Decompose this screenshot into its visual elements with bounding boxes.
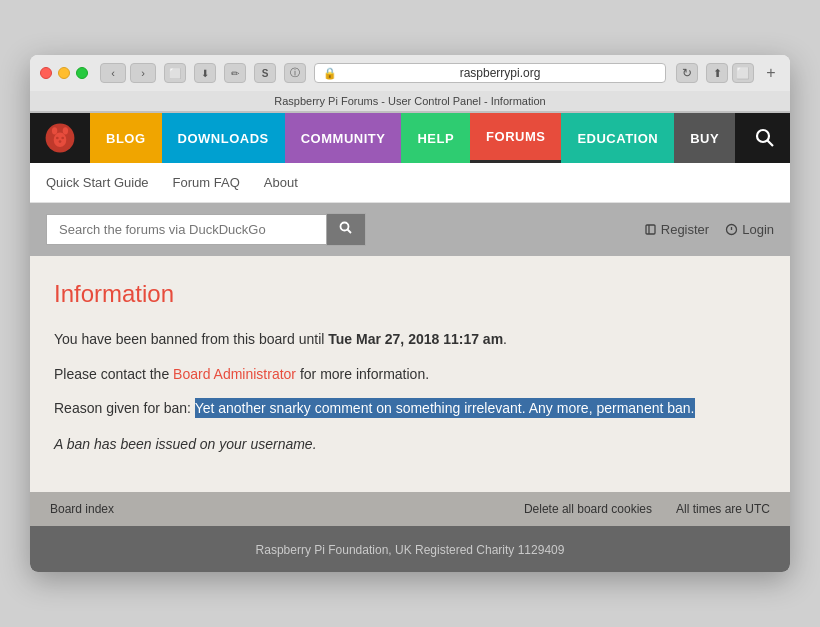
login-icon bbox=[725, 223, 738, 236]
nav-item-forums[interactable]: FORUMS bbox=[470, 113, 561, 163]
sub-nav: Quick Start Guide Forum FAQ About bbox=[30, 163, 790, 203]
info-button[interactable]: S bbox=[254, 63, 276, 83]
forward-button[interactable]: › bbox=[130, 63, 156, 83]
nav-item-help[interactable]: HELP bbox=[401, 113, 470, 163]
close-button[interactable] bbox=[40, 67, 52, 79]
address-text: raspberrypi.org bbox=[343, 66, 657, 80]
nav-item-buy[interactable]: BUY bbox=[674, 113, 735, 163]
ban-reason-text: Yet another snarky comment on something … bbox=[195, 398, 695, 418]
contact-notice: Please contact the Board Administrator f… bbox=[54, 363, 766, 385]
lock-icon: 🔒 bbox=[323, 67, 337, 80]
svg-point-5 bbox=[61, 137, 64, 140]
search-button[interactable] bbox=[326, 213, 366, 246]
register-link[interactable]: Register bbox=[644, 222, 709, 237]
nav-buttons: ‹ › bbox=[100, 63, 156, 83]
subnav-forum-faq[interactable]: Forum FAQ bbox=[173, 163, 240, 202]
maximize-button[interactable] bbox=[76, 67, 88, 79]
page-title: Information bbox=[54, 280, 766, 308]
nav-item-community[interactable]: COMMUNITY bbox=[285, 113, 402, 163]
main-content: Information You have been banned from th… bbox=[30, 256, 790, 491]
bookmark-button[interactable]: ✏ bbox=[224, 63, 246, 83]
svg-point-9 bbox=[341, 223, 349, 231]
nav-item-blog[interactable]: BLOG bbox=[90, 113, 162, 163]
browser-chrome: ‹ › ⬜ ⬇ ✏ S ⓘ 🔒 raspberrypi.org ↻ ⬆ ⬜ + … bbox=[30, 55, 790, 113]
upload-button[interactable]: ⬆ bbox=[706, 63, 728, 83]
add-tab-button[interactable]: + bbox=[762, 64, 780, 82]
delete-cookies-link[interactable]: Delete all board cookies bbox=[524, 502, 652, 516]
raspberry-pi-logo bbox=[42, 120, 78, 156]
register-icon bbox=[644, 223, 657, 236]
svg-rect-11 bbox=[646, 225, 655, 234]
site-nav: BLOG DOWNLOADS COMMUNITY HELP FORUMS EDU… bbox=[30, 113, 790, 163]
search-input[interactable] bbox=[46, 214, 326, 245]
website: BLOG DOWNLOADS COMMUNITY HELP FORUMS EDU… bbox=[30, 113, 790, 571]
subnav-quick-start[interactable]: Quick Start Guide bbox=[46, 163, 149, 202]
svg-point-1 bbox=[52, 128, 57, 135]
search-icon bbox=[754, 127, 776, 149]
browser-window: ‹ › ⬜ ⬇ ✏ S ⓘ 🔒 raspberrypi.org ↻ ⬆ ⬜ + … bbox=[30, 55, 790, 571]
footer-bottom: Raspberry Pi Foundation, UK Registered C… bbox=[30, 526, 790, 572]
page-tab[interactable]: Raspberry Pi Forums - User Control Panel… bbox=[30, 91, 790, 112]
svg-point-3 bbox=[54, 133, 67, 147]
svg-point-6 bbox=[59, 141, 62, 144]
download-button[interactable]: ⬇ bbox=[194, 63, 216, 83]
svg-point-4 bbox=[56, 137, 59, 140]
site-logo[interactable] bbox=[30, 113, 90, 163]
ban-reason: Reason given for ban: Yet another snarky… bbox=[54, 397, 766, 419]
footer-bar: Board index Delete all board cookies All… bbox=[30, 492, 790, 526]
address-bar[interactable]: 🔒 raspberrypi.org bbox=[314, 63, 666, 83]
footer-right: Delete all board cookies All times are U… bbox=[524, 502, 770, 516]
timezone-text: All times are UTC bbox=[676, 502, 770, 516]
board-index-link[interactable]: Board index bbox=[50, 502, 114, 516]
board-admin-link[interactable]: Board Administrator bbox=[173, 366, 296, 382]
ban-date: Tue Mar 27, 2018 11:17 am bbox=[328, 331, 503, 347]
svg-line-8 bbox=[768, 141, 774, 147]
search-submit-icon bbox=[339, 221, 353, 235]
nav-items: BLOG DOWNLOADS COMMUNITY HELP FORUMS EDU… bbox=[90, 113, 740, 163]
nav-item-education[interactable]: EDUCATION bbox=[561, 113, 674, 163]
ssl-info-button[interactable]: ⓘ bbox=[284, 63, 306, 83]
nav-search-button[interactable] bbox=[740, 113, 790, 163]
title-bar: ‹ › ⬜ ⬇ ✏ S ⓘ 🔒 raspberrypi.org ↻ ⬆ ⬜ + bbox=[30, 55, 790, 91]
login-link[interactable]: Login bbox=[725, 222, 774, 237]
share-button[interactable]: ⬜ bbox=[732, 63, 754, 83]
subnav-about[interactable]: About bbox=[264, 163, 298, 202]
traffic-lights bbox=[40, 67, 88, 79]
foundation-text: Raspberry Pi Foundation, UK Registered C… bbox=[256, 543, 565, 557]
tab-view-button[interactable]: ⬜ bbox=[164, 63, 186, 83]
svg-line-10 bbox=[348, 230, 352, 234]
back-button[interactable]: ‹ bbox=[100, 63, 126, 83]
right-actions: ⬆ ⬜ bbox=[706, 63, 754, 83]
reload-button[interactable]: ↻ bbox=[676, 63, 698, 83]
svg-point-7 bbox=[757, 130, 769, 142]
minimize-button[interactable] bbox=[58, 67, 70, 79]
search-bar: Register Login bbox=[30, 203, 790, 256]
nav-item-downloads[interactable]: DOWNLOADS bbox=[162, 113, 285, 163]
auth-links: Register Login bbox=[644, 222, 774, 237]
ban-notice: You have been banned from this board unt… bbox=[54, 328, 766, 350]
svg-point-2 bbox=[63, 128, 68, 135]
ban-issued-text: A ban has been issued on your username. bbox=[54, 436, 766, 452]
